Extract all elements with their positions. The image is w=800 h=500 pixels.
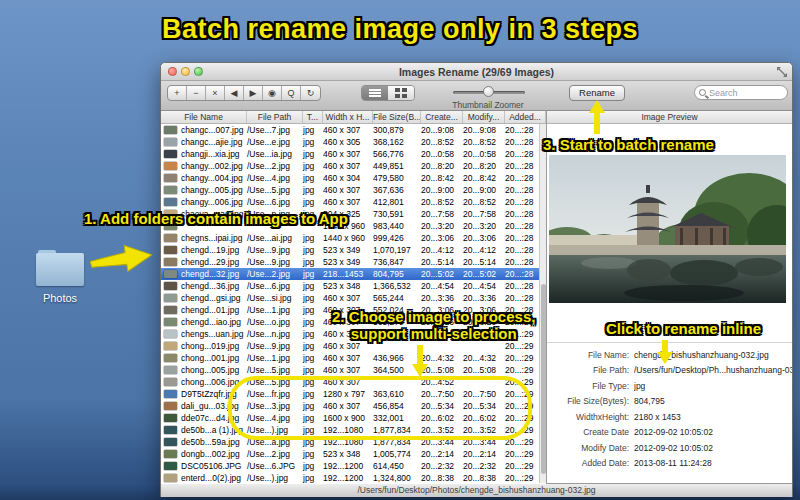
cell-create: 20...2:14 [419, 448, 461, 460]
table-row[interactable]: changji...xia.jpg/Use...ia.jpgjpg460 x 3… [161, 148, 546, 160]
table-row[interactable]: changy...002.jpg/Use...2.jpgjpg460 x 307… [161, 160, 546, 172]
cell-name: chengd...19.jpg [179, 244, 245, 256]
column-header[interactable]: Create... [421, 111, 463, 123]
info-value[interactable]: 2012-09-02 10:05:02 [634, 443, 713, 453]
table-row[interactable]: changy...004.jpg/Use...4.jpgjpg460 x 304… [161, 172, 546, 184]
table-row[interactable]: chengd...36.jpg/Use...6.jpgjpg523 x 3481… [161, 280, 546, 292]
cell-added: 20...:28 [503, 172, 544, 184]
fullscreen-icon[interactable] [777, 67, 787, 77]
info-label: File Name: [547, 350, 629, 360]
info-value[interactable]: chengde_bishushanzhuang-032.jpg [634, 350, 769, 360]
titlebar[interactable]: Images Rename (29/69 Images) [161, 63, 792, 81]
cell-type: jpg [301, 196, 321, 208]
row-thumbnail [164, 282, 177, 290]
cell-type: jpg [301, 328, 321, 340]
cell-type: jpg [301, 340, 321, 352]
slider-knob[interactable] [483, 86, 494, 97]
table-row[interactable]: chengd...29.jpg/Use...9.jpgjpg523 x 3497… [161, 256, 546, 268]
cell-added: 20...:29 [503, 472, 544, 484]
column-header[interactable]: Width x H... [323, 111, 373, 123]
column-header[interactable]: File Path [247, 111, 303, 123]
info-row[interactable]: Modify Date:2012-09-02 10:05:02 [547, 440, 792, 456]
rename-button[interactable]: Rename [569, 85, 625, 101]
table-row[interactable]: changy...006.jpg/Use...6.jpgjpg460 x 307… [161, 196, 546, 208]
info-row[interactable]: Create Date2012-09-02 10:05:02 [547, 425, 792, 441]
info-row[interactable]: Added Date:2013-08-11 11:24:28 [547, 456, 792, 472]
cell-dims: 460 x 307 [321, 292, 371, 304]
table-row[interactable]: chong...005.jpg/Use...5.jpgjpg460 x 3073… [161, 364, 546, 376]
table-row[interactable]: changc...ajie.jpg/Use...e.jpgjpg460 x 30… [161, 136, 546, 148]
banner-title: Batch rename image only in 3 steps [0, 14, 800, 45]
column-header[interactable]: File Name [161, 111, 247, 123]
delete-button[interactable]: × [206, 86, 225, 100]
zoom-button[interactable] [194, 67, 203, 76]
cell-name: enterd...0(2).jpg [179, 472, 245, 484]
info-value[interactable]: /Users/fun/Desktop/Ph...hushanzhuang-032… [634, 365, 792, 375]
photos-folder-icon[interactable] [36, 250, 84, 286]
cell-path: /Use...2.jpg [245, 448, 301, 460]
cell-size: 1,005,774 [371, 448, 419, 460]
search-input[interactable] [709, 88, 781, 98]
table-row[interactable]: chengd...19.jpg/Use...9.jpgjpg523 x 3491… [161, 244, 546, 256]
table-row[interactable]: DSC05106.JPG/Use...6.JPGjpg192...1200614… [161, 460, 546, 472]
cell-modify: 20...3:06 [461, 232, 503, 244]
info-row[interactable]: File Size(Bytes):804,795 [547, 394, 792, 410]
grid-view-button[interactable] [388, 86, 414, 100]
column-header[interactable]: T... [303, 111, 323, 123]
cell-create: 20...5:02 [419, 268, 461, 280]
click-rename-arrow-down-icon [657, 340, 673, 364]
info-value[interactable]: 2013-08-11 11:24:28 [634, 458, 712, 468]
info-label: WidthxHeight: [547, 412, 629, 422]
toolbar: +−×◀▶◉Q↻ Thumbnail Zoomer Rename [161, 81, 792, 111]
column-header[interactable]: File Size(B... [373, 111, 421, 123]
search-field[interactable] [694, 85, 788, 100]
add-button[interactable]: + [168, 86, 187, 100]
cell-type: jpg [301, 148, 321, 160]
cell-modify: 20...3:36 [461, 292, 503, 304]
info-row[interactable]: File Type:jpg [547, 378, 792, 394]
cell-dims: 460 x 307 [321, 352, 371, 364]
cell-size: 736,847 [371, 256, 419, 268]
table-row[interactable]: enterd...0(2).jpg/Use...).jpgjpg192...12… [161, 472, 546, 484]
cell-dims: 523 x 349 [321, 244, 371, 256]
next-button[interactable]: ▶ [244, 86, 263, 100]
cell-dims: 523 x 348 [321, 448, 371, 460]
info-value[interactable]: 2180 x 1453 [634, 412, 681, 422]
table-row[interactable]: chengd...32.jpg/Use...2.jpgjpg218...1453… [161, 268, 546, 280]
info-value[interactable]: 2012-09-02 10:05:02 [634, 427, 713, 437]
cell-size: 367,636 [371, 184, 419, 196]
thumbnail-zoomer-slider[interactable] [453, 86, 525, 94]
cell-added: 20...:28 [503, 208, 544, 220]
table-row[interactable]: dongb...002.jpg/Use...2.jpgjpg523 x 3481… [161, 448, 546, 460]
info-row[interactable]: File Path:/Users/fun/Desktop/Ph...hushan… [547, 363, 792, 379]
cell-size: 1,070,197 [371, 244, 419, 256]
magnifier-button[interactable]: Q [282, 86, 301, 100]
previous-button[interactable]: ◀ [225, 86, 244, 100]
cell-dims: 1440 x 960 [321, 232, 371, 244]
table-row[interactable]: chong...001.jpg/Use...1.jpgjpg460 x 3074… [161, 352, 546, 364]
cell-modify: 20...9:08 [461, 124, 503, 136]
info-value[interactable]: 804,795 [634, 396, 665, 406]
table-row[interactable]: chengd...gsi.jpg/Use...si.jpgjpg460 x 30… [161, 292, 546, 304]
row-thumbnail [164, 474, 177, 482]
column-header[interactable]: Modify... [463, 111, 505, 123]
scrollbar-thumb[interactable] [541, 284, 546, 474]
table-row[interactable]: changy...005.jpg/Use...5.jpgjpg460 x 307… [161, 184, 546, 196]
remove-button[interactable]: − [187, 86, 206, 100]
cell-path: /Use...e.jpg [245, 136, 301, 148]
vertical-scrollbar[interactable] [539, 124, 546, 483]
info-value[interactable]: jpg [634, 381, 645, 391]
cell-name: chengd...29.jpg [179, 256, 245, 268]
table-row[interactable]: chegns...ipai.jpg/Use...ai.jpgjpg1440 x … [161, 232, 546, 244]
minimize-button[interactable] [181, 67, 190, 76]
column-header[interactable]: Added... [505, 111, 546, 123]
close-button[interactable] [168, 67, 177, 76]
cell-create: 20...4:12 [419, 244, 461, 256]
cell-dims: 460 x 304 [321, 172, 371, 184]
preview-eye-button[interactable]: ◉ [263, 86, 282, 100]
cell-dims: 460 x 305 [321, 136, 371, 148]
refresh-button[interactable]: ↻ [301, 86, 320, 100]
list-view-button[interactable] [362, 86, 388, 100]
info-row[interactable]: WidthxHeight:2180 x 1453 [547, 409, 792, 425]
table-row[interactable]: changc...007.jpg/Use...7.jpgjpg460 x 307… [161, 124, 546, 136]
